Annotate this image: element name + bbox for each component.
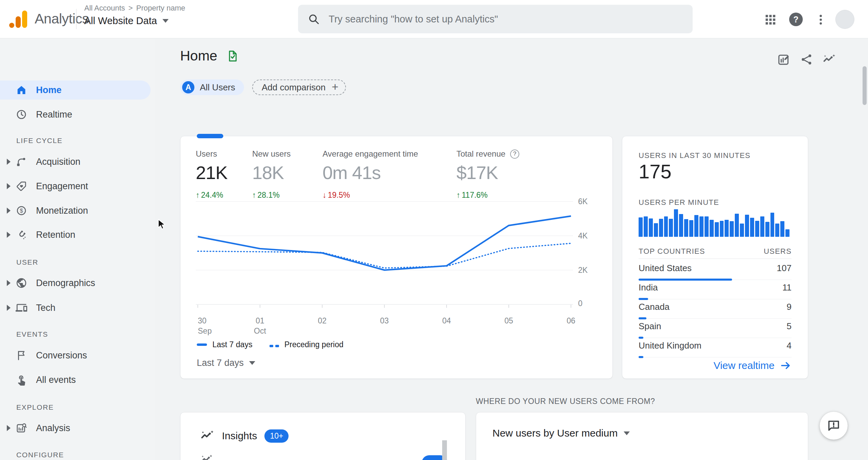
x-axis-label: 02 bbox=[318, 316, 327, 326]
sidebar-section-explore: EXPLORE bbox=[16, 403, 54, 411]
view-realtime-link[interactable]: View realtime bbox=[713, 360, 792, 371]
sidebar-item-monetization[interactable]: Monetization bbox=[0, 201, 151, 220]
sidebar-item-label: Monetization bbox=[36, 206, 88, 216]
sidebar-item-tech[interactable]: Tech bbox=[0, 298, 151, 317]
users-per-minute-bar bbox=[785, 229, 789, 237]
sidebar-item-acquisition[interactable]: Acquisition bbox=[0, 152, 151, 171]
new-users-dimension-selector[interactable]: New users by User medium bbox=[492, 427, 630, 439]
customize-report-icon[interactable] bbox=[777, 53, 791, 66]
main-content: Home A All Users Add comparison + Users … bbox=[155, 38, 868, 460]
expand-caret-icon[interactable] bbox=[7, 208, 11, 214]
avatar[interactable] bbox=[835, 10, 854, 29]
page-scrollbar[interactable] bbox=[863, 66, 867, 105]
sidebar-item-demographics[interactable]: Demographics bbox=[0, 273, 151, 293]
sidebar-item-label: Engagement bbox=[36, 181, 88, 192]
country-users: 11 bbox=[782, 282, 792, 293]
sidebar-section-configure: CONFIGURE bbox=[16, 451, 64, 459]
sidebar-item-conversions[interactable]: Conversions bbox=[0, 346, 151, 365]
users-30min-value: 175 bbox=[639, 160, 672, 183]
feedback-button[interactable] bbox=[820, 412, 848, 440]
users-per-minute-bar bbox=[699, 216, 704, 237]
country-name: Spain bbox=[639, 321, 661, 332]
search-icon bbox=[308, 13, 320, 25]
analytics-logo[interactable]: Analytics bbox=[9, 9, 89, 29]
chevron-down-icon bbox=[249, 361, 255, 365]
search-bar[interactable]: Try searching "how to set up Analytics" bbox=[298, 5, 693, 33]
brand-name: Analytics bbox=[35, 11, 89, 27]
metric-value: 18K bbox=[252, 162, 291, 183]
users-per-minute-bar bbox=[679, 214, 683, 237]
monetization-icon bbox=[16, 205, 27, 216]
expand-caret-icon[interactable] bbox=[7, 425, 11, 431]
expand-caret-icon[interactable] bbox=[7, 159, 11, 165]
insight-item-icon bbox=[200, 453, 213, 460]
metric-avg-engagement-time[interactable]: Average engagement time 0m 41s ↓19.5% bbox=[323, 149, 418, 200]
add-comparison-button[interactable]: Add comparison + bbox=[252, 79, 346, 95]
metric-total-revenue[interactable]: Total revenue ? $17K ↑117.6% bbox=[456, 149, 519, 200]
country-users: 107 bbox=[777, 263, 792, 273]
feedback-icon bbox=[827, 419, 841, 433]
insights-card: Insights 10+ bbox=[180, 412, 466, 460]
country-users: 9 bbox=[787, 302, 792, 312]
x-axis-label: 05 bbox=[504, 316, 513, 326]
metric-new-users[interactable]: New users 18K ↑28.1% bbox=[252, 149, 291, 200]
users-per-minute-bar bbox=[730, 221, 734, 237]
divider bbox=[639, 259, 792, 259]
globe-icon bbox=[16, 277, 27, 289]
trend-series-solid bbox=[198, 216, 571, 270]
plus-icon: + bbox=[332, 81, 338, 92]
sidebar-item-retention[interactable]: Retention bbox=[0, 225, 151, 244]
country-row: India11 bbox=[639, 280, 792, 299]
apps-grid-icon[interactable] bbox=[764, 13, 777, 26]
engagement-tag-icon bbox=[16, 180, 27, 192]
property-selector[interactable]: All Website Data bbox=[84, 15, 185, 26]
insights-scrollbar[interactable] bbox=[442, 440, 447, 460]
metric-value: $17K bbox=[456, 162, 519, 183]
sidebar-item-analysis[interactable]: Analysis bbox=[0, 419, 151, 438]
expand-caret-icon[interactable] bbox=[7, 232, 11, 238]
country-bar bbox=[639, 356, 643, 358]
users-per-minute-bar bbox=[674, 209, 678, 237]
users-per-minute-bar bbox=[770, 213, 775, 237]
x-axis-label: 04 bbox=[442, 316, 451, 326]
verified-report-icon bbox=[226, 49, 240, 63]
help-icon[interactable]: ? bbox=[789, 13, 803, 26]
sidebar-item-label: Analysis bbox=[36, 423, 70, 434]
users-per-minute-chart bbox=[639, 208, 789, 237]
date-range-selector[interactable]: Last 7 days bbox=[197, 358, 255, 368]
users-per-minute-bar bbox=[750, 218, 754, 237]
sidebar-item-label: Acquisition bbox=[36, 157, 81, 167]
legend-solid-swatch bbox=[197, 343, 207, 346]
sidebar-item-label: Home bbox=[36, 85, 62, 95]
more-options-icon[interactable] bbox=[814, 13, 827, 26]
y-axis-label: 2K bbox=[578, 266, 588, 275]
users-per-minute-bar bbox=[765, 222, 769, 237]
sidebar-section-user: USER bbox=[16, 258, 38, 266]
analysis-icon bbox=[16, 422, 27, 434]
users-per-minute-bar bbox=[775, 224, 779, 237]
users-per-minute-bar bbox=[715, 222, 719, 237]
property-selector-label: All Website Data bbox=[84, 15, 157, 26]
expand-caret-icon[interactable] bbox=[7, 280, 11, 286]
expand-caret-icon[interactable] bbox=[7, 305, 11, 311]
help-icon[interactable]: ? bbox=[510, 149, 519, 159]
insights-title: Insights bbox=[222, 430, 257, 442]
country-name: Canada bbox=[639, 302, 670, 312]
y-axis-label: 4K bbox=[578, 231, 588, 241]
all-users-chip[interactable]: A All Users bbox=[180, 79, 244, 95]
users-per-minute-bar bbox=[705, 216, 709, 237]
users-per-minute-bar bbox=[644, 216, 648, 237]
metric-value: 21K bbox=[196, 162, 227, 183]
sidebar-item-home[interactable]: Home bbox=[0, 81, 151, 100]
breadcrumb[interactable]: All Accounts > Property name bbox=[84, 4, 185, 13]
sidebar-item-realtime[interactable]: Realtime bbox=[0, 105, 151, 124]
users-trend-chart bbox=[196, 196, 573, 315]
metric-users[interactable]: Users 21K ↑24.4% bbox=[196, 149, 227, 200]
sidebar-item-all-events[interactable]: All events bbox=[0, 370, 151, 389]
metric-label: Average engagement time bbox=[323, 149, 418, 159]
insights-icon[interactable] bbox=[822, 53, 836, 66]
sidebar-item-label: Retention bbox=[36, 230, 75, 240]
sidebar-item-engagement[interactable]: Engagement bbox=[0, 177, 151, 196]
expand-caret-icon[interactable] bbox=[7, 183, 11, 189]
share-icon[interactable] bbox=[800, 53, 813, 66]
